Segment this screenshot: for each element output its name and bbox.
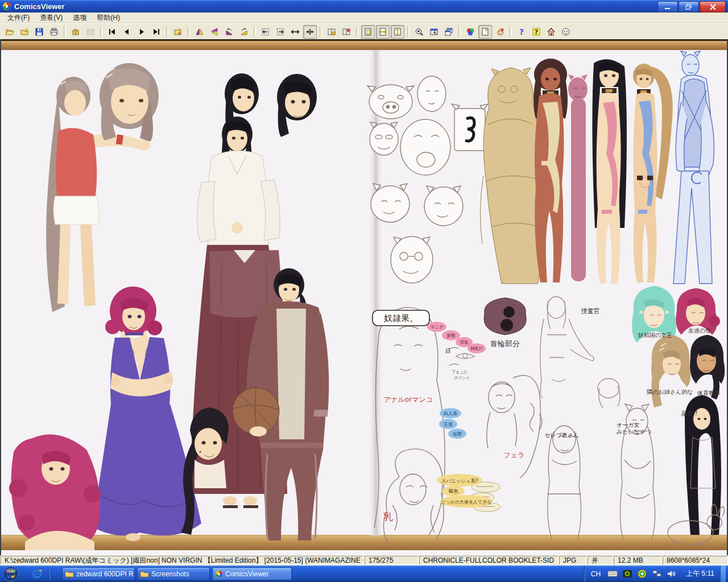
app-icon <box>2 2 11 11</box>
first-page-icon[interactable] <box>105 25 119 39</box>
svg-text:ポイント: ポイント <box>454 376 470 380</box>
network-icon[interactable] <box>652 569 662 579</box>
restore-button[interactable] <box>679 1 699 13</box>
status-bar: K:\zedward 600DPI RAW\(成年コミック) [織田non] N… <box>0 555 728 566</box>
book-edit-icon[interactable] <box>340 25 353 39</box>
svg-text:オーガ女: オーガ女 <box>617 422 639 428</box>
folder-icon <box>65 570 74 578</box>
taskbar-button-comicsviewer[interactable]: ComicsViewer <box>212 567 292 580</box>
rotate-left-icon[interactable] <box>222 25 236 39</box>
toolbar-separator <box>166 26 168 38</box>
toolbar-separator <box>100 26 102 38</box>
toolbar: ?? <box>0 23 728 39</box>
minimize-button[interactable] <box>657 1 678 13</box>
menu-item-0[interactable]: 文件(F) <box>2 12 35 24</box>
shrink-window-icon[interactable] <box>427 25 441 39</box>
screen: ComicsViewer 文件(F)查看(V)选项帮助(H) ?? <box>0 0 728 582</box>
svg-text:スパニッシュ系?: スパニッシュ系? <box>441 478 478 484</box>
last-page-icon[interactable] <box>150 25 163 39</box>
flip-vertical-icon[interactable] <box>208 25 221 39</box>
cascade-icon[interactable] <box>442 25 456 39</box>
toolbar-separator <box>254 26 256 38</box>
svg-text:みたいなやつ: みたいなやつ <box>617 429 651 435</box>
book-settings-icon[interactable] <box>325 25 338 39</box>
flip-horizontal-icon[interactable] <box>193 25 206 39</box>
menu-item-1[interactable]: 查看(V) <box>35 12 68 24</box>
svg-text:M気?!: M気?! <box>471 346 483 351</box>
ie-icon[interactable] <box>32 569 42 579</box>
page-image[interactable]: 奴隷果。 マニア 変態 浮気 M気?! 首輪部分 捜査官 アナルorマンコ 目 … <box>0 39 728 555</box>
taskbar-button-screenshots[interactable]: Screenshots <box>137 567 210 580</box>
new-folder-icon[interactable] <box>18 25 31 39</box>
save-icon[interactable] <box>32 25 46 39</box>
folder-icon <box>140 570 149 578</box>
svg-text:アナルorマンコ: アナルorマンコ <box>384 396 433 404</box>
single-page-icon[interactable] <box>361 25 375 39</box>
volume-icon[interactable] <box>667 569 677 579</box>
svg-text:乳: 乳 <box>383 511 393 522</box>
scroll-right-page-icon[interactable] <box>274 25 287 39</box>
svg-text:浮気: 浮気 <box>460 340 469 345</box>
svg-text:フェラ: フェラ <box>504 451 525 459</box>
fit-window-icon[interactable] <box>303 25 317 39</box>
show-desktop-strip[interactable] <box>720 566 726 582</box>
svg-text:捜査官: 捜査官 <box>581 307 600 315</box>
svg-text:妖精国の女王: 妖精国の女王 <box>638 332 672 338</box>
status-page-number: 175/275 <box>365 556 418 565</box>
title-bar: ComicsViewer <box>0 0 728 13</box>
about-icon[interactable] <box>559 25 573 39</box>
collar-illustration <box>484 298 526 335</box>
prev-page-icon[interactable] <box>120 25 134 39</box>
next-page-icon[interactable] <box>135 25 148 39</box>
scroll-left-page-icon[interactable] <box>259 25 272 39</box>
open-folder-icon[interactable] <box>3 25 16 39</box>
home-icon[interactable] <box>544 25 558 39</box>
svg-text:奴隷果。: 奴隷果。 <box>384 313 418 323</box>
zoom-icon[interactable] <box>412 25 426 39</box>
status-file-size: 12.2 MB <box>614 556 661 565</box>
system-tray: CH 上午 5:11 <box>585 566 728 582</box>
help-icon[interactable]: ? <box>515 25 528 39</box>
svg-text:セレブ奥さん: セレブ奥さん <box>544 432 579 438</box>
status-dimensions: 8608*6085*24 <box>663 556 727 565</box>
print-book-icon[interactable] <box>47 25 61 39</box>
grab-icon[interactable] <box>493 25 507 39</box>
menu-item-3[interactable]: 帮助(H) <box>92 12 125 24</box>
toolbar-separator <box>64 26 66 38</box>
toolbar-separator <box>458 26 461 38</box>
close-button[interactable] <box>700 1 726 13</box>
taskbar-button-label: Screenshots <box>151 570 189 578</box>
menu-item-2[interactable]: 选项 <box>68 12 92 24</box>
help-topic-icon[interactable]: ? <box>530 25 543 39</box>
svg-text:従順: 従順 <box>453 431 462 436</box>
status-mode: 并 <box>588 556 613 565</box>
svg-text:マニア: マニア <box>430 325 443 330</box>
nvidia-icon[interactable] <box>622 569 632 579</box>
start-button[interactable] <box>0 566 22 582</box>
clock[interactable]: 上午 5:11 <box>686 569 714 579</box>
keyboard-icon[interactable] <box>607 569 618 579</box>
taskbar-button-zedward-600dpi-r-[interactable]: zedward 600DPI R... <box>62 567 135 580</box>
svg-text:巫女·?: 巫女·? <box>681 410 698 417</box>
health-icon[interactable] <box>637 569 647 579</box>
taskbar: zedward 600DPI R...ScreenshotsComicsView… <box>0 566 728 582</box>
svg-text:王道: 王道 <box>443 422 453 427</box>
language-indicator[interactable]: CH <box>591 570 601 578</box>
taskbar-button-label: ComicsViewer <box>225 570 268 578</box>
app-icon <box>215 570 223 578</box>
fit-width-arrows-icon[interactable] <box>288 25 302 39</box>
rotate-right-icon[interactable] <box>237 25 251 39</box>
status-format: JPG <box>559 556 586 565</box>
page-corner-icon[interactable] <box>478 25 492 39</box>
slideshow-icon[interactable] <box>171 25 185 39</box>
svg-text:?: ? <box>519 27 524 36</box>
fit-horizontal-icon[interactable] <box>376 25 390 39</box>
package-icon[interactable] <box>69 25 82 39</box>
fit-vertical-icon[interactable] <box>391 25 404 39</box>
task-buttons: zedward 600DPI R...ScreenshotsComicsView… <box>61 567 293 580</box>
menu-bar: 文件(F)查看(V)选项帮助(H) <box>0 13 728 23</box>
colors-icon[interactable] <box>464 25 477 39</box>
figure-pink-bust-woman <box>9 434 101 550</box>
svg-text:下まぶた: 下まぶた <box>452 370 468 375</box>
mail-icon[interactable] <box>84 25 97 39</box>
